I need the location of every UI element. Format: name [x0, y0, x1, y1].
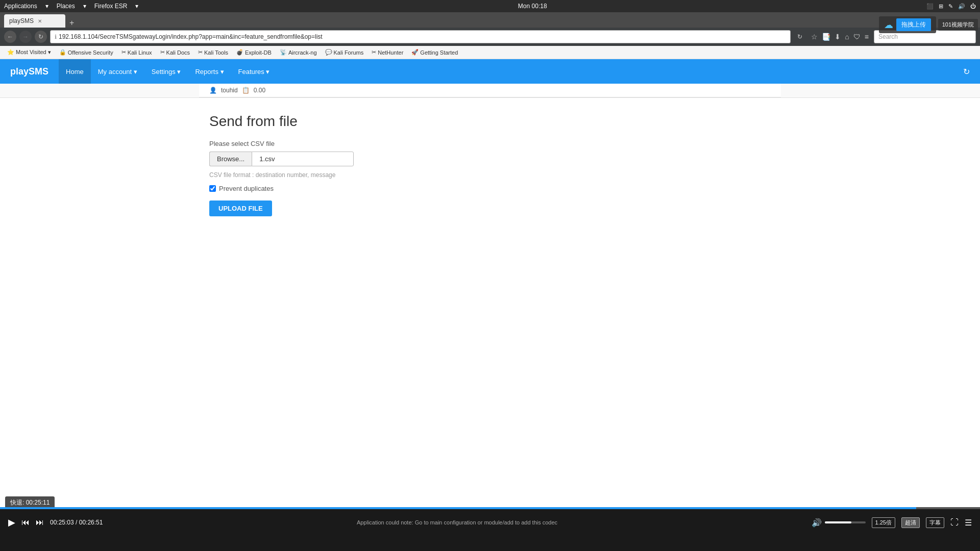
speed-badge[interactable]: 1.25倍: [872, 517, 895, 528]
time-display: 00:25:03 / 00:26:51: [50, 519, 103, 526]
time-separator: /: [76, 519, 79, 526]
play-pause-btn[interactable]: ▶: [8, 517, 15, 528]
home-icon[interactable]: ⌂: [845, 33, 849, 41]
applications-menu[interactable]: Applications: [4, 3, 37, 10]
bookmark-label: Kali Docs: [166, 49, 190, 56]
bookmark-most-visited[interactable]: ⭐ Most Visited ▾: [4, 48, 54, 57]
username: touhid: [221, 87, 238, 94]
os-bar-time: Mon 00:18: [518, 3, 547, 10]
os-bar-left: Applications ▾ Places ▾ Firefox ESR ▾: [4, 3, 138, 10]
back-btn[interactable]: ←: [4, 31, 16, 43]
page-title: Send from file: [209, 113, 771, 130]
places-arrow-icon: ▾: [83, 3, 86, 10]
bookmark-icon: 📡: [280, 49, 287, 56]
fullscreen-btn[interactable]: ⛶: [950, 518, 959, 527]
bookmark-manage-icon[interactable]: 📑: [822, 33, 830, 41]
drag-upload-btn[interactable]: 拖拽上传: [896, 18, 931, 31]
settings-player-btn[interactable]: ☰: [965, 518, 972, 528]
menu-icon[interactable]: ≡: [865, 33, 869, 41]
cloud-upload-icon: ☁: [884, 19, 893, 31]
nav-my-account[interactable]: My account ▾: [91, 59, 144, 84]
bookmark-nethunter[interactable]: ✂ NetHunter: [369, 48, 406, 57]
os-bar: Applications ▾ Places ▾ Firefox ESR ▾ Mo…: [0, 0, 980, 12]
bookmark-label: Kali Tools: [204, 49, 228, 56]
os-icon-edit[interactable]: ✎: [948, 3, 953, 10]
toolbar-icons: ☆ 📑 ⬇ ⌂ 🛡 ≡: [809, 33, 871, 41]
bookmark-aircrack[interactable]: 📡 Aircrack-ng: [277, 48, 320, 57]
bookmark-label: Getting Started: [420, 49, 458, 56]
volume-group: 🔊: [812, 518, 866, 528]
playsms-brand: playSMS: [10, 66, 48, 77]
volume-icon[interactable]: 🔊: [812, 518, 822, 528]
browse-button[interactable]: Browse...: [209, 152, 252, 166]
video-progress-bar[interactable]: [0, 507, 980, 509]
bookmark-icon: ✂: [160, 49, 165, 56]
bookmark-exploit-db[interactable]: 💣 Exploit-DB: [233, 48, 275, 57]
bookmark-kali-tools[interactable]: ✂ Kali Tools: [195, 48, 231, 57]
video-controls: ▶ ⏮ ⏭ 00:25:03 / 00:26:51 Application co…: [0, 509, 980, 536]
bookmark-icon: 💬: [325, 49, 332, 56]
bookmark-label: Kali Linux: [128, 49, 152, 56]
bookmark-icon: 🚀: [411, 49, 419, 56]
refresh-btn[interactable]: ↻: [794, 31, 806, 43]
user-credit: 0.00: [254, 87, 265, 94]
nav-settings[interactable]: Settings ▾: [144, 59, 188, 84]
bookmark-label: Exploit-DB: [245, 49, 272, 56]
apps-arrow-icon: ▾: [45, 3, 48, 10]
bookmark-icon: 🔒: [59, 49, 66, 56]
prev-btn[interactable]: ⏮: [21, 518, 30, 527]
nav-refresh-btn[interactable]: ↻: [963, 67, 970, 77]
tab-close-btn[interactable]: ✕: [38, 18, 42, 24]
credit-icon: 📋: [242, 87, 250, 94]
bookmark-icon: 💣: [236, 49, 243, 56]
prevent-duplicates-row: Prevent duplicates: [209, 185, 771, 192]
os-icon-grid[interactable]: ⊞: [939, 3, 943, 10]
csv-format-hint: CSV file format : destination number, me…: [209, 171, 771, 179]
bookmark-icon: ⭐: [7, 49, 14, 56]
bookmark-kali-docs[interactable]: ✂ Kali Docs: [157, 48, 193, 57]
current-time: 00:25:03: [50, 519, 74, 526]
bookmark-offensive-security[interactable]: 🔒 Offensive Security: [56, 48, 116, 57]
reload-btn[interactable]: ↻: [35, 31, 47, 43]
url-text: 192.168.1.104/SecreTSMSgatewayLogin/inde…: [59, 33, 323, 40]
bookmark-kali-forums[interactable]: 💬 Kali Forums: [322, 48, 367, 57]
url-bar[interactable]: ℹ 192.168.1.104/SecreTSMSgatewayLogin/in…: [50, 30, 791, 43]
next-btn[interactable]: ⏭: [36, 518, 44, 527]
volume-fill: [825, 521, 851, 523]
url-lock-icon: ℹ: [55, 34, 57, 40]
nav-home[interactable]: Home: [59, 59, 91, 84]
subtitle-badge[interactable]: 字幕: [926, 517, 944, 528]
download-icon[interactable]: ⬇: [835, 33, 841, 41]
bookmark-label: Offensive Security: [68, 49, 113, 56]
csv-file-label: Please select CSV file: [209, 140, 771, 147]
browser-tab[interactable]: playSMS ✕: [4, 14, 65, 28]
prevent-duplicates-checkbox[interactable]: [209, 185, 216, 192]
os-icon-volume[interactable]: 🔊: [958, 3, 965, 10]
prevent-duplicates-label: Prevent duplicates: [219, 185, 274, 192]
tab-title: playSMS: [9, 17, 34, 24]
new-tab-btn[interactable]: +: [66, 18, 77, 28]
browser-chrome: playSMS ✕ + ← → ↻ ℹ 192.168.1.104/SecreT…: [0, 12, 980, 46]
bookmark-icon: ✂: [198, 49, 203, 56]
tab-bar: playSMS ✕ +: [0, 12, 980, 28]
bookmark-getting-started[interactable]: 🚀 Getting Started: [408, 48, 461, 57]
total-time: 00:26:51: [79, 519, 103, 526]
upload-file-button[interactable]: UPLOAD FILE: [209, 201, 272, 216]
logo-text: 101视频学院: [938, 19, 978, 31]
os-icon-power[interactable]: ⏻: [970, 3, 976, 9]
bookmark-kali-linux[interactable]: ✂ Kali Linux: [118, 48, 155, 57]
forward-btn[interactable]: →: [19, 31, 32, 43]
bookmark-star-icon[interactable]: ☆: [811, 33, 818, 41]
firefox-menu[interactable]: Firefox ESR: [94, 3, 128, 10]
shield-icon[interactable]: 🛡: [853, 33, 861, 41]
nav-features[interactable]: Features ▾: [231, 59, 277, 84]
bookmark-label: Kali Forums: [334, 49, 364, 56]
bookmark-icon: ✂: [372, 49, 376, 56]
bookmark-icon: ✂: [121, 49, 126, 56]
nav-reports[interactable]: Reports ▾: [188, 59, 231, 84]
quality-badge[interactable]: 超清: [901, 517, 920, 528]
places-menu[interactable]: Places: [57, 3, 75, 10]
volume-slider[interactable]: [825, 521, 866, 523]
os-icon-screen[interactable]: ⬛: [926, 3, 934, 10]
playsms-nav-items: Home My account ▾ Settings ▾ Reports ▾ F…: [59, 59, 277, 84]
